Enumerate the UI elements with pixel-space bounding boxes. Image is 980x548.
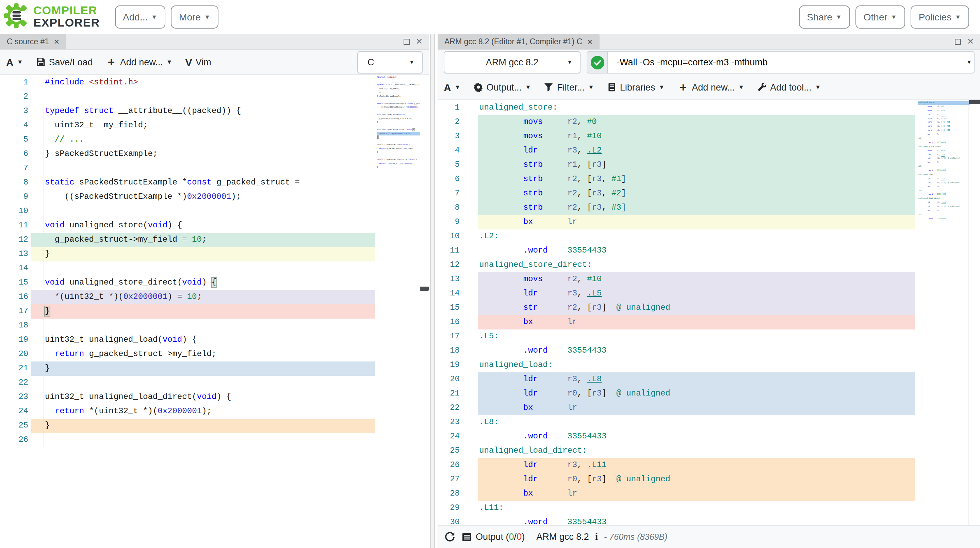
code-line[interactable]: 8 strb r2, [r3, #3]: [438, 201, 980, 215]
code-line[interactable]: 23uint32_t unaligned_load_direct(void) {: [0, 390, 429, 405]
save-load-button[interactable]: Save/Load: [36, 57, 93, 67]
code-line[interactable]: 10: [0, 204, 429, 218]
language-select[interactable]: C ▼: [357, 51, 423, 73]
source-code-editor[interactable]: 1#include <stdint.h>23typedef struct __a…: [0, 75, 429, 548]
line-number: 20: [0, 347, 28, 362]
line-number: 11: [0, 218, 28, 233]
code-line[interactable]: 14: [0, 261, 429, 276]
code-line[interactable]: 11void unaligned_store(void) {: [0, 218, 429, 233]
asm-output-editor[interactable]: 1unaligned_store:2 movs r2, #03 movs r1,…: [438, 100, 980, 525]
code-line[interactable]: 16 *(uint32_t *)(0x2000001) = 10;: [0, 290, 429, 304]
code-line[interactable]: 11 .word 33554433: [438, 244, 980, 258]
info-icon[interactable]: i: [595, 531, 598, 543]
font-size-button[interactable]: A ▼: [6, 56, 23, 68]
asm-minimap[interactable]: unaligned_store: movs r2, #0 movs r1, #1…: [918, 101, 970, 221]
code-line[interactable]: 15void unaligned_store_direct(void) {: [0, 276, 429, 290]
code-line[interactable]: 24 .word 33554433: [438, 430, 980, 444]
code-line[interactable]: 23.L8:: [438, 415, 980, 430]
code-line[interactable]: 3typedef struct __attribute__((packed)) …: [0, 104, 429, 118]
code-line[interactable]: 16 bx lr: [438, 315, 980, 330]
add-tool-button[interactable]: Add tool... ▼: [757, 82, 821, 92]
code-line[interactable]: 27 ldr r0, [r3] @ unaligned: [438, 472, 980, 487]
tab-c-source[interactable]: C source #1 ✕: [0, 34, 66, 49]
scrollbar-thumb[interactable]: [969, 100, 980, 104]
minimap-line: uint32_t my_field;: [377, 87, 420, 91]
compiler-options-input[interactable]: [608, 52, 964, 73]
filter-button[interactable]: Filter... ▼: [544, 82, 594, 92]
code-line[interactable]: 14 ldr r3, .L5: [438, 287, 980, 301]
add-new-button[interactable]: ＋ Add new... ▼: [106, 56, 172, 67]
code-line[interactable]: 6} sPackedStructExample;: [0, 147, 429, 161]
code-line[interactable]: 25unaligned_load_direct:: [438, 444, 980, 458]
line-number: 13: [438, 272, 460, 287]
code-line[interactable]: 7 strb r2, [r3, #2]: [438, 186, 980, 201]
caret-down-icon: ▼: [659, 84, 665, 91]
close-pane-icon[interactable]: ✕: [967, 37, 974, 46]
code-line[interactable]: 17.L5:: [438, 330, 980, 344]
code-line[interactable]: 13 movs r2, #10: [438, 272, 980, 287]
code-line[interactable]: 15 str r2, [r3] @ unaligned: [438, 301, 980, 315]
code-line[interactable]: 5 strb r1, [r3]: [438, 158, 980, 172]
code-line[interactable]: 21}: [0, 362, 429, 376]
code-line[interactable]: 26 ldr r3, .L11: [438, 458, 980, 472]
code-line[interactable]: 22 bx lr: [438, 401, 980, 415]
code-line[interactable]: 6 strb r2, [r3, #1]: [438, 172, 980, 186]
line-number: 21: [438, 387, 460, 401]
add-new-button[interactable]: ＋ Add new... ▼: [678, 82, 744, 92]
pane-splitter[interactable]: [429, 34, 438, 548]
maximize-pane-icon[interactable]: [955, 38, 961, 45]
code-line[interactable]: 3 movs r1, #10: [438, 129, 980, 143]
code-line[interactable]: 9 ((sPackedStructExample *)0x2000001);: [0, 190, 429, 204]
code-line[interactable]: 8static sPackedStructExample *const g_pa…: [0, 176, 429, 190]
code-line[interactable]: 30 .word 33554433: [438, 515, 980, 525]
add-pane-button[interactable]: Add...▼: [115, 5, 165, 29]
libraries-button[interactable]: Libraries ▼: [607, 82, 665, 92]
font-size-button[interactable]: A ▼: [444, 81, 461, 93]
output-button[interactable]: Output... ▼: [474, 82, 531, 92]
code-line[interactable]: 29.L11:: [438, 501, 980, 515]
close-pane-icon[interactable]: ✕: [416, 37, 423, 46]
output-log-button[interactable]: Output (0/0): [461, 531, 525, 542]
code-line[interactable]: 17}: [0, 304, 429, 319]
code-line[interactable]: 4 ldr r3, .L2: [438, 143, 980, 158]
compiler-explorer-logo[interactable]: COMPILER EXPLORER: [3, 3, 100, 31]
code-line[interactable]: 24 return *(uint32_t *)(0x2000001);: [0, 405, 429, 419]
code-line[interactable]: 10.L2:: [438, 229, 980, 244]
policies-button[interactable]: Policies▼: [911, 5, 969, 29]
code-line[interactable]: 2 movs r2, #0: [438, 115, 980, 129]
more-button[interactable]: More▼: [171, 5, 218, 29]
code-line[interactable]: 28 bx lr: [438, 487, 980, 501]
share-button[interactable]: Share▼: [799, 5, 850, 29]
source-minimap[interactable]: #include <stdint.h>typedef struct __attr…: [377, 76, 420, 173]
code-line[interactable]: 12 g_packed_struct->my_field = 10;: [0, 233, 429, 247]
code-line[interactable]: 18 .word 33554433: [438, 344, 980, 358]
options-dropdown-button[interactable]: ▼: [964, 52, 974, 73]
code-line[interactable]: 2: [0, 90, 429, 104]
code-line[interactable]: 5 // ...: [0, 133, 429, 147]
code-line[interactable]: 20 return g_packed_struct->my_field;: [0, 347, 429, 362]
code-line[interactable]: 1#include <stdint.h>: [0, 76, 429, 90]
code-line[interactable]: 21 ldr r0, [r3] @ unaligned: [438, 387, 980, 401]
code-line[interactable]: 19uint32_t unaligned_load(void) {: [0, 333, 429, 347]
code-line[interactable]: 13}: [0, 247, 429, 261]
vim-toggle-button[interactable]: V Vim: [185, 56, 211, 68]
code-line[interactable]: 20 ldr r3, .L8: [438, 372, 980, 387]
code-line[interactable]: 22: [0, 376, 429, 390]
code-line[interactable]: 7: [0, 161, 429, 176]
compiler-select[interactable]: ARM gcc 8.2 ▼: [444, 51, 581, 73]
gear-logo-icon: [3, 3, 29, 31]
tab-close-icon[interactable]: ✕: [587, 38, 593, 45]
code-line[interactable]: 26: [0, 433, 429, 447]
maximize-pane-icon[interactable]: [404, 38, 410, 45]
code-line[interactable]: 19unaligned_load:: [438, 358, 980, 372]
code-line[interactable]: 18: [0, 319, 429, 333]
code-line[interactable]: 1unaligned_store:: [438, 101, 980, 115]
code-line[interactable]: 9 bx lr: [438, 215, 980, 229]
code-line[interactable]: 12unaligned_store_direct:: [438, 258, 980, 272]
code-line[interactable]: 25}: [0, 419, 429, 433]
recompile-icon[interactable]: [444, 531, 455, 542]
code-line[interactable]: 4 uint32_t my_field;: [0, 118, 429, 133]
other-button[interactable]: Other▼: [856, 5, 905, 29]
tab-close-icon[interactable]: ✕: [54, 38, 60, 45]
tab-arm-gcc[interactable]: ARM gcc 8.2 (Editor #1, Compiler #1) C ✕: [438, 34, 600, 49]
